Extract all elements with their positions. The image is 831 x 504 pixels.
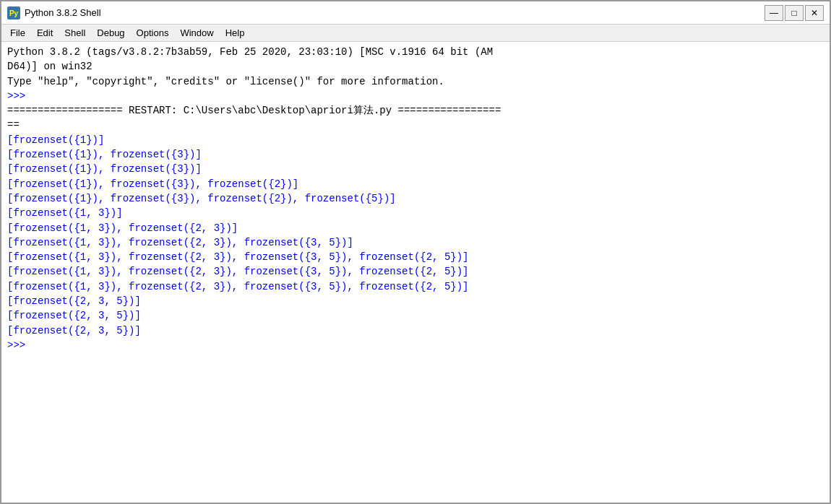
output-line-11: [frozenset({2, 3, 5})] — [7, 294, 824, 308]
output-line-2: [frozenset({1}), frozenset({3})] — [7, 162, 824, 176]
output-line-12: [frozenset({2, 3, 5})] — [7, 308, 824, 323]
prompt-1: >>> — [7, 89, 824, 103]
output-line-7: [frozenset({1, 3}), frozenset({2, 3}), f… — [7, 235, 824, 250]
output-line-0: [frozenset({1})] — [7, 133, 824, 147]
output-line-10: [frozenset({1, 3}), frozenset({2, 3}), f… — [7, 279, 824, 294]
output-line-6: [frozenset({1, 3}), frozenset({2, 3})] — [7, 221, 824, 235]
title-bar: Py Python 3.8.2 Shell — □ ✕ — [1, 1, 830, 25]
output-line-13: [frozenset({2, 3, 5})] — [7, 323, 824, 338]
output-line-9: [frozenset({1, 3}), frozenset({2, 3}), f… — [7, 264, 824, 279]
restart-line: =================== RESTART: C:\Users\ab… — [7, 103, 824, 118]
window-title: Python 3.8.2 Shell — [25, 7, 101, 18]
menu-file[interactable]: File — [4, 26, 31, 40]
shell-output[interactable]: Python 3.8.2 (tags/v3.8.2:7b3ab59, Feb 2… — [1, 42, 830, 503]
menu-window[interactable]: Window — [174, 26, 219, 40]
minimize-button[interactable]: — — [765, 5, 783, 21]
intro-line-1: Python 3.8.2 (tags/v3.8.2:7b3ab59, Feb 2… — [7, 45, 824, 59]
intro-line-3: Type "help", "copyright", "credits" or "… — [7, 74, 824, 89]
output-line-4: [frozenset({1}), frozenset({3}), frozens… — [7, 191, 824, 206]
output-line-5: [frozenset({1, 3})] — [7, 206, 824, 220]
output-line-8: [frozenset({1, 3}), frozenset({2, 3}), f… — [7, 250, 824, 264]
menu-options[interactable]: Options — [131, 26, 175, 40]
prompt-2: >>> — [7, 338, 824, 352]
menu-edit[interactable]: Edit — [31, 26, 59, 40]
svg-text:Py: Py — [9, 9, 19, 17]
menu-shell[interactable]: Shell — [59, 26, 91, 40]
window-controls: — □ ✕ — [765, 5, 824, 21]
main-window: Py Python 3.8.2 Shell — □ ✕ File Edit Sh… — [0, 0, 831, 504]
output-line-3: [frozenset({1}), frozenset({3}), frozens… — [7, 177, 824, 191]
output-line-1: [frozenset({1}), frozenset({3})] — [7, 147, 824, 162]
menu-bar: File Edit Shell Debug Options Window Hel… — [1, 25, 830, 42]
restart-line-2: == — [7, 118, 824, 132]
intro-line-2: D64)] on win32 — [7, 59, 824, 74]
maximize-button[interactable]: □ — [785, 5, 804, 21]
menu-help[interactable]: Help — [220, 26, 251, 40]
close-button[interactable]: ✕ — [805, 5, 824, 21]
python-icon: Py — [7, 6, 20, 19]
title-bar-left: Py Python 3.8.2 Shell — [7, 6, 101, 19]
menu-debug[interactable]: Debug — [91, 26, 130, 40]
